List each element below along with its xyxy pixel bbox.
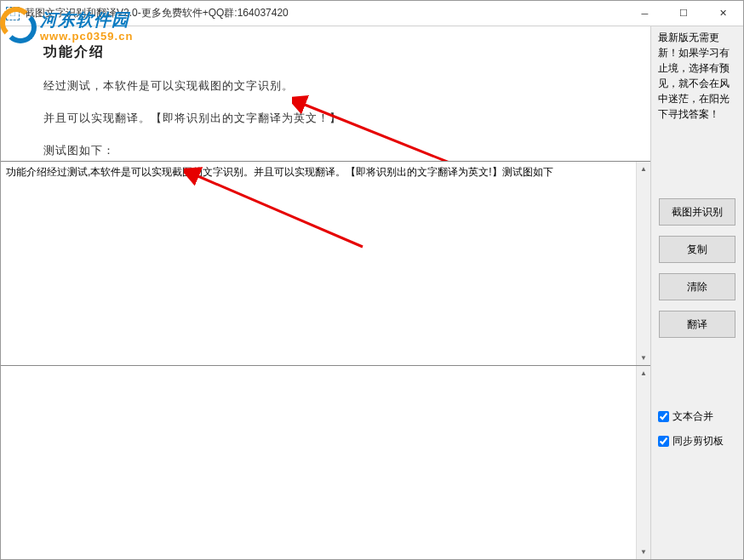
scroll-down-icon[interactable]: ▼ [637,351,650,365]
clear-button[interactable]: 清除 [659,273,735,300]
copy-button[interactable]: 复制 [659,236,735,263]
translation-result-text[interactable] [1,366,636,559]
info-text: 最新版无需更新！如果学习有止境，选择有预见，就不会在风中迷茫，在阳光下寻找答案！ [658,30,736,125]
merge-label: 文本合并 [672,409,713,424]
app-window: □ 截图文字识别和翻译V2.0-更多免费软件+QQ群:164037420 ─ ☐… [0,0,744,560]
scroll-down-icon[interactable]: ▼ [637,545,650,559]
scrollbar-vertical[interactable]: ▲ ▼ [636,162,650,365]
scroll-up-icon[interactable]: ▲ [637,162,650,176]
ocr-result-text[interactable]: 功能介绍经过测试,本软件是可以实现截图的文字识别。并且可以实现翻译。【即将识别出… [1,162,636,365]
translate-button[interactable]: 翻译 [659,311,735,338]
clipboard-checkbox[interactable] [658,436,669,447]
preview-heading: 功能介绍 [43,43,608,61]
merge-checkbox[interactable] [658,411,669,422]
capture-button[interactable]: 截图并识别 [659,198,735,226]
left-panel: 功能介绍 经过测试，本软件是可以实现截图的文字识别。 并且可以实现翻译。【即将识… [1,26,651,559]
scroll-up-icon[interactable]: ▲ [637,366,650,380]
preview-line1: 经过测试，本软件是可以实现截图的文字识别。 [43,78,608,94]
ocr-result-area: 功能介绍经过测试,本软件是可以实现截图的文字识别。并且可以实现翻译。【即将识别出… [1,162,650,366]
window-title: 截图文字识别和翻译V2.0-更多免费软件+QQ群:164037420 [25,6,626,20]
scrollbar-vertical-2[interactable]: ▲ ▼ [636,366,650,559]
preview-line2: 并且可以实现翻译。【即将识别出的文字翻译为英文！】 [43,111,608,126]
translation-result-area: ▲ ▼ [1,366,650,559]
maximize-button[interactable]: ☐ [664,1,702,26]
titlebar[interactable]: □ 截图文字识别和翻译V2.0-更多免费软件+QQ群:164037420 ─ ☐… [1,1,743,26]
preview-line3: 测试图如下： [43,143,608,158]
clipboard-checkbox-row: 同步剪切板 [658,434,736,449]
right-panel: 最新版无需更新！如果学习有止境，选择有预见，就不会在风中迷茫，在阳光下寻找答案！… [651,26,743,559]
image-preview-area: 功能介绍 经过测试，本软件是可以实现截图的文字识别。 并且可以实现翻译。【即将识… [1,26,650,162]
close-button[interactable]: ✕ [702,1,743,26]
merge-checkbox-row: 文本合并 [658,409,736,424]
minimize-button[interactable]: ─ [626,1,664,26]
clipboard-label: 同步剪切板 [672,434,724,449]
preview-content: 功能介绍 经过测试，本软件是可以实现截图的文字识别。 并且可以实现翻译。【即将识… [1,26,650,162]
window-controls: ─ ☐ ✕ [626,1,743,26]
app-icon: □ [6,7,20,20]
content-area: 功能介绍 经过测试，本软件是可以实现截图的文字识别。 并且可以实现翻译。【即将识… [1,26,743,559]
